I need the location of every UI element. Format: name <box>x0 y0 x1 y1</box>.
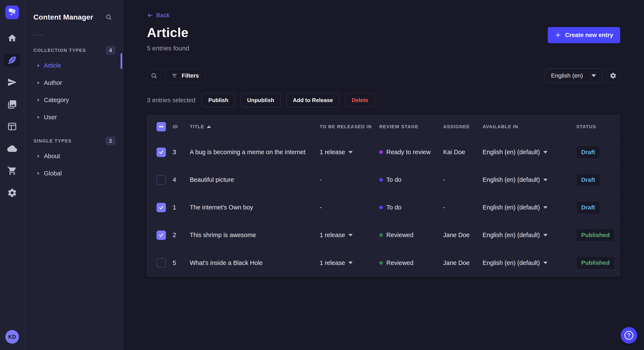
table-row[interactable]: 2 This shrimp is awesome 1 release Revie… <box>147 221 620 249</box>
status-badge: Published <box>576 256 614 269</box>
status-badge: Draft <box>576 201 600 214</box>
cell-release[interactable]: 1 release <box>320 149 379 156</box>
strapi-logo[interactable] <box>5 5 19 19</box>
cell-id: 4 <box>173 176 190 183</box>
user-avatar[interactable]: KD <box>5 330 19 344</box>
status-badge: Draft <box>576 146 600 159</box>
locale-chevron-icon <box>543 262 548 264</box>
delete-button[interactable]: Delete <box>345 93 375 107</box>
marketplace-icon[interactable] <box>4 164 20 177</box>
back-link[interactable]: Back <box>147 12 170 19</box>
cell-status: Draft <box>576 173 620 186</box>
sidebar-item-article[interactable]: Article <box>24 57 123 74</box>
media-library-icon[interactable] <box>4 98 20 111</box>
locale-chevron-icon <box>543 178 548 181</box>
cell-status: Draft <box>576 146 620 159</box>
settings-icon[interactable] <box>4 186 20 199</box>
search-icon <box>106 14 112 20</box>
locale-select[interactable]: English (en) <box>545 68 602 83</box>
column-header-id[interactable]: ID <box>173 124 190 130</box>
search-button[interactable] <box>147 69 161 83</box>
home-icon[interactable] <box>4 32 20 44</box>
sidebar-item-category[interactable]: Category <box>24 91 123 109</box>
publish-button[interactable]: Publish <box>202 93 235 107</box>
cell-available-in[interactable]: English (en) (default) <box>482 176 576 183</box>
cell-release[interactable]: - <box>320 176 379 183</box>
column-header-release[interactable]: TO BE RELEASED IN <box>320 124 379 130</box>
rail-divider-bottom <box>0 324 24 325</box>
select-all-checkbox[interactable] <box>156 122 166 131</box>
cell-available-in[interactable]: English (en) (default) <box>482 259 576 266</box>
deploy-icon[interactable] <box>4 76 20 89</box>
locale-chevron-icon <box>543 151 548 154</box>
cell-assignee: - <box>443 176 482 183</box>
bullet-icon <box>37 173 39 174</box>
cell-id: 1 <box>173 204 190 211</box>
active-item-indicator <box>120 53 122 69</box>
cell-available-in[interactable]: English (en) (default) <box>482 204 576 211</box>
table-header-row: ID TITLE TO BE RELEASED IN REVIEW STAGE … <box>147 115 620 138</box>
help-button[interactable]: ? <box>620 327 637 344</box>
cell-assignee: Jane Doe <box>443 259 482 266</box>
cell-title: Beautiful picture <box>190 176 320 183</box>
single-types-count-badge: 2 <box>106 137 116 146</box>
column-header-title[interactable]: TITLE <box>190 124 320 130</box>
add-to-release-button[interactable]: Add to Release <box>286 93 340 107</box>
cell-assignee: Kai Doe <box>443 149 482 156</box>
table-row[interactable]: 4 Beautiful picture - To do - English (e… <box>147 166 620 194</box>
content-manager-icon[interactable] <box>4 54 20 67</box>
cell-status: Published <box>576 229 620 242</box>
selection-bar: 3 entries selected Publish Unpublish Add… <box>147 93 620 107</box>
cloud-icon[interactable] <box>4 142 20 155</box>
stage-dot <box>379 233 383 237</box>
release-chevron-icon <box>348 262 353 264</box>
table-row[interactable]: 1 The internet's Own boy - To do - Engli… <box>147 194 620 221</box>
row-checkbox[interactable] <box>156 175 166 184</box>
cell-release[interactable]: - <box>320 204 379 211</box>
cell-available-in[interactable]: English (en) (default) <box>482 149 576 156</box>
release-chevron-icon <box>348 151 353 154</box>
table-row[interactable]: 3 A bug is becoming a meme on the intern… <box>147 138 620 166</box>
filters-button[interactable]: Filters <box>165 69 205 83</box>
bullet-icon <box>37 99 39 101</box>
cell-status: Published <box>576 256 620 269</box>
locale-chevron-icon <box>543 234 548 236</box>
subnav-divider <box>34 35 44 35</box>
toolbar: Filters English (en) <box>147 68 620 83</box>
row-checkbox[interactable] <box>156 230 166 240</box>
collection-types-count-badge: 4 <box>106 46 116 55</box>
unpublish-button[interactable]: Unpublish <box>240 93 281 107</box>
sidebar-item-user[interactable]: User <box>24 109 123 126</box>
sidebar-item-about[interactable]: About <box>24 148 123 165</box>
table-body: 3 A bug is becoming a meme on the intern… <box>147 138 620 277</box>
content-manager-subnav: Content Manager COLLECTION TYPES 4 Artic… <box>24 0 123 350</box>
create-new-entry-button[interactable]: Create new entry <box>548 27 620 43</box>
single-types-section: SINGLE TYPES 2 About Global <box>24 137 123 182</box>
bullet-icon <box>37 155 39 157</box>
row-checkbox[interactable] <box>156 148 166 157</box>
sidebar-item-author[interactable]: Author <box>24 74 123 91</box>
cell-release[interactable]: 1 release <box>320 232 379 239</box>
row-checkbox[interactable] <box>156 258 166 268</box>
locale-chevron-icon <box>543 206 548 209</box>
cell-title: The internet's Own boy <box>190 204 320 211</box>
content-type-builder-icon[interactable] <box>4 120 20 133</box>
subnav-search-button[interactable] <box>102 10 116 24</box>
table-row[interactable]: 5 What's inside a Black Hole 1 release R… <box>147 249 620 277</box>
column-header-status[interactable]: STATUS <box>576 124 620 130</box>
cell-available-in[interactable]: English (en) (default) <box>482 232 576 239</box>
rail-icons <box>4 32 20 199</box>
bullet-icon <box>37 116 39 118</box>
column-header-available-in[interactable]: AVAILABLE IN <box>482 124 576 130</box>
sidebar-item-global[interactable]: Global <box>24 165 123 182</box>
cell-release[interactable]: 1 release <box>320 259 379 266</box>
column-header-assignee[interactable]: ASSIGNEE <box>443 124 482 130</box>
search-icon <box>151 72 157 79</box>
column-header-review-stage[interactable]: REVIEW STAGE <box>379 124 443 130</box>
cell-id: 3 <box>173 149 190 156</box>
subnav-title: Content Manager <box>34 13 93 21</box>
view-settings-button[interactable] <box>606 69 620 83</box>
bullet-icon <box>37 65 39 67</box>
release-chevron-icon <box>348 234 353 236</box>
row-checkbox[interactable] <box>156 203 166 212</box>
